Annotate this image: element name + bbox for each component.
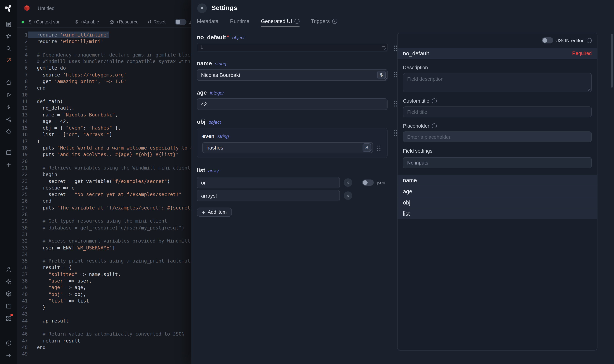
resize-corner[interactable]: [369, 150, 372, 152]
resize-corner[interactable]: [384, 48, 387, 51]
add-resource-button[interactable]: +Resource: [109, 16, 139, 28]
windmill-logo-icon[interactable]: [4, 4, 13, 12]
package-icon[interactable]: [5, 290, 12, 297]
code-line: 45: [17, 324, 191, 331]
line-number: 39: [17, 284, 28, 291]
line-number: 25: [17, 191, 28, 198]
package-icon: [109, 19, 114, 25]
add-context-var-button[interactable]: $ +Context var: [29, 16, 60, 28]
line-number: 1: [17, 31, 28, 38]
tab-runtime[interactable]: Runtime: [230, 16, 249, 27]
panel-row-age[interactable]: age: [398, 186, 597, 197]
panel-row-obj[interactable]: obj: [398, 197, 597, 208]
drag-handle-icon[interactable]: [393, 100, 398, 106]
notification-dot: [10, 314, 13, 316]
drag-handle-icon[interactable]: [393, 71, 398, 77]
placeholder-label: Placeholder i: [403, 123, 592, 129]
flow-icon[interactable]: [5, 116, 12, 123]
line-number: 34: [17, 251, 28, 258]
code-line: 26 end: [17, 198, 191, 205]
line-number: 49: [17, 351, 28, 357]
help-icon[interactable]: ?: [5, 339, 12, 346]
folder-icon[interactable]: [5, 302, 12, 309]
remove-item-icon[interactable]: ✕: [344, 178, 352, 187]
line-number: 38: [17, 277, 28, 284]
code-text: }: [28, 304, 46, 311]
code-text: return result: [28, 337, 80, 344]
arrow-right-icon[interactable]: [5, 352, 12, 359]
line-number: 21: [17, 165, 28, 171]
resize-corner[interactable]: [588, 89, 591, 91]
age-input[interactable]: [197, 101, 387, 107]
wand-icon[interactable]: [5, 56, 12, 64]
script-title-input[interactable]: [37, 5, 114, 11]
list-item-input[interactable]: [197, 193, 340, 198]
no-default-json-input[interactable]: 1 —: [197, 43, 388, 52]
code-line: 19 puts "and its acolytes.. #{age} #{obj…: [17, 151, 191, 158]
resize-corner[interactable]: [384, 77, 387, 80]
star-icon[interactable]: [5, 33, 12, 39]
search-icon[interactable]: [5, 45, 12, 52]
even-input[interactable]: [203, 145, 373, 151]
custom-title-input[interactable]: [403, 107, 591, 117]
code-line: 11def main(: [17, 98, 191, 105]
drag-handle-icon[interactable]: [377, 144, 381, 151]
tab-triggers[interactable]: Triggersi: [311, 16, 337, 27]
code-text: "list" => list: [28, 298, 89, 304]
code-text: [28, 91, 37, 98]
reset-button[interactable]: ↺ Reset: [148, 16, 166, 28]
grid-icon[interactable]: [5, 315, 12, 322]
user-icon[interactable]: [5, 266, 12, 273]
code-editor[interactable]: 1require 'windmill/inline'2require 'wind…: [17, 28, 191, 364]
remove-item-icon[interactable]: ✕: [344, 191, 352, 200]
line-number: 20: [17, 158, 28, 165]
line-number: 2: [17, 38, 28, 45]
line-number: 28: [17, 211, 28, 218]
plus-minus-icon[interactable]: ±: [189, 16, 191, 28]
panel-row-list[interactable]: list: [398, 208, 597, 219]
diff-toggle[interactable]: [175, 16, 186, 28]
close-icon[interactable]: ✕: [197, 3, 207, 13]
tab-metadata[interactable]: Metadata: [197, 16, 219, 27]
code-text: end: [28, 85, 46, 91]
code-line: 8 gem 'amazing_print', '~> 1.6': [17, 78, 191, 85]
tab-generated-ui[interactable]: Generated UIi: [261, 16, 299, 27]
plus-icon[interactable]: [5, 161, 12, 168]
code-text: [28, 251, 37, 258]
line-number: 19: [17, 151, 28, 158]
json-editor-toggle[interactable]: [542, 37, 553, 43]
calendar-icon[interactable]: [5, 149, 12, 156]
home-icon[interactable]: [5, 79, 12, 86]
code-line: 49: [17, 351, 191, 357]
list-item-input[interactable]: [197, 180, 340, 185]
line-number: 11: [17, 98, 28, 105]
topbar: [17, 0, 191, 16]
diamond-icon[interactable]: [5, 128, 12, 135]
add-variable-button[interactable]: $ +Variable: [75, 16, 99, 28]
line-number: 6: [17, 65, 28, 71]
name-input[interactable]: [197, 72, 387, 78]
code-text: "age" => age,: [28, 284, 86, 291]
connection-status-dot: [22, 16, 24, 28]
info-icon: i: [294, 19, 299, 24]
json-mode-toggle[interactable]: [362, 180, 374, 186]
placeholder-input[interactable]: [403, 132, 591, 142]
field-label: list: [197, 167, 205, 173]
add-item-button[interactable]: + Add item: [197, 208, 232, 217]
clipboard-icon[interactable]: [5, 21, 12, 28]
description-textarea[interactable]: [403, 73, 591, 92]
code-line: 38 "user" => user,: [17, 277, 191, 284]
gear-icon[interactable]: [5, 278, 12, 285]
play-icon[interactable]: [5, 91, 12, 98]
drag-handle-icon[interactable]: [393, 129, 398, 136]
dollar-icon[interactable]: $: [5, 104, 12, 110]
panel-row-no-default[interactable]: no_default Required: [398, 48, 597, 59]
scrollbar-thumb[interactable]: [611, 34, 613, 88]
line-number: 13: [17, 111, 28, 118]
code-text: puts "The variable at 'f/examples/secret…: [28, 204, 191, 211]
panel-row-name[interactable]: name: [398, 174, 597, 186]
line-number: 27: [17, 204, 28, 211]
drag-handle-icon[interactable]: [393, 45, 398, 51]
description-label: Description: [403, 64, 592, 70]
code-text: secret = get_variable("f/examples/secret…: [28, 178, 170, 184]
